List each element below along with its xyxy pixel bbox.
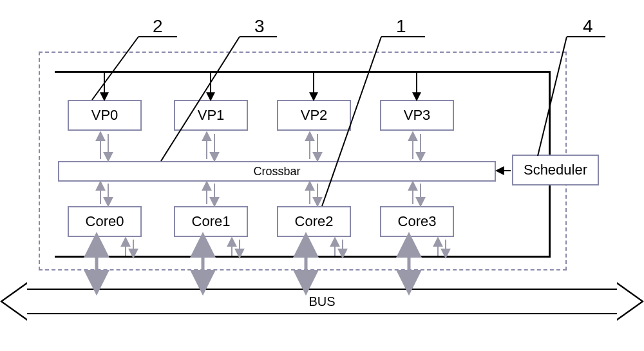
architecture-diagram: VP0 VP1 VP2 VP3 Crossbar Scheduler Core0…: [0, 0, 644, 351]
core1-box: Core1: [174, 206, 248, 237]
core0-box: Core0: [68, 206, 142, 237]
core2-box: Core2: [277, 206, 351, 237]
vp3-box: VP3: [380, 100, 454, 131]
callout-label-4: 4: [583, 16, 593, 37]
vp2-box: VP2: [277, 100, 351, 131]
bottom-rail: [55, 256, 551, 258]
bus-arrow-left-fill: [3, 284, 27, 319]
callout-label-1: 1: [396, 16, 406, 37]
vp0-box: VP0: [68, 100, 142, 131]
vp1-box: VP1: [174, 100, 248, 131]
crossbar-box: Crossbar: [58, 161, 496, 182]
callout-label-3: 3: [254, 16, 265, 37]
bus-arrow-right-fill: [617, 284, 641, 319]
top-rail: [55, 71, 551, 73]
core3-box: Core3: [380, 206, 454, 237]
callout-label-2: 2: [153, 16, 163, 37]
bus-bar: BUS: [26, 289, 618, 314]
scheduler-box: Scheduler: [512, 155, 599, 185]
